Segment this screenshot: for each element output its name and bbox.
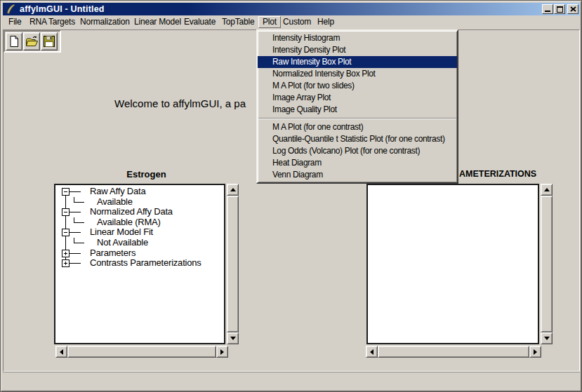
menubar-item-custom[interactable]: Custom xyxy=(283,15,311,29)
tree-branch-line xyxy=(70,212,81,212)
scroll-left-button[interactable] xyxy=(366,346,378,358)
menubar-item-file[interactable]: File xyxy=(8,15,22,29)
left-horizontal-scrollbar[interactable] xyxy=(55,346,228,358)
scroll-up-button[interactable] xyxy=(227,184,239,196)
save-file-button[interactable] xyxy=(41,32,58,50)
left-vertical-scrollbar[interactable] xyxy=(227,184,239,344)
plot-menu-item-quantile-quantile-t-statistic-plot-for-one-contrast[interactable]: Quantile-Quantile t Statistic Plot (for … xyxy=(258,133,457,145)
scroll-thumb[interactable] xyxy=(67,346,216,358)
tree-row-raw-affy-data[interactable]: Raw Affy Data xyxy=(55,187,224,197)
plot-menu-item-heat-diagram[interactable]: Heat Diagram xyxy=(258,157,457,169)
close-icon xyxy=(570,6,576,12)
scroll-trough[interactable] xyxy=(227,196,239,332)
tree-row-available[interactable]: Available xyxy=(55,197,224,208)
menubar: FileRNA TargetsNormalizationLinear Model… xyxy=(3,15,580,29)
arrow-right-icon xyxy=(220,349,224,355)
contrasts-listbox[interactable] xyxy=(366,184,539,344)
plot-menu-item-intensity-density-plot[interactable]: Intensity Density Plot xyxy=(258,44,457,56)
menubar-item-help[interactable]: Help xyxy=(317,15,334,29)
plot-menu-item-intensity-histogram[interactable]: Intensity Histogram xyxy=(258,32,457,44)
window-controls xyxy=(541,4,578,14)
scroll-right-button[interactable] xyxy=(216,346,228,358)
scroll-right-button[interactable] xyxy=(529,346,541,358)
arrow-left-icon xyxy=(60,349,63,355)
left-panel-title: Estrogen xyxy=(54,169,239,180)
plot-menu-item-image-quality-plot[interactable]: Image Quality Plot xyxy=(258,104,457,116)
tree-row-not-available[interactable]: Not Available xyxy=(55,238,224,248)
arrow-up-icon xyxy=(230,188,236,191)
arrow-right-icon xyxy=(534,349,537,355)
tree-row-linear-model-fit[interactable]: Linear Model Fit xyxy=(55,227,224,238)
plot-menu-item-normalized-intensity-box-plot[interactable]: Normalized Intensity Box Plot xyxy=(258,68,457,80)
scroll-down-button[interactable] xyxy=(227,332,239,344)
window-title: affylmGUI - Untitled xyxy=(20,4,105,14)
plot-dropdown-menu: Intensity HistogramIntensity Density Plo… xyxy=(256,29,458,184)
menubar-item-evaluate[interactable]: Evaluate xyxy=(184,15,216,29)
open-file-button[interactable] xyxy=(23,32,40,50)
tree-row-contrasts-parameterizations[interactable]: Contrasts Parameterizations xyxy=(55,258,224,269)
scroll-thumb[interactable] xyxy=(378,346,529,358)
status-tree-listbox[interactable]: Raw Affy DataAvailableNormalized Affy Da… xyxy=(54,184,225,344)
scroll-up-button[interactable] xyxy=(541,184,553,196)
tree-node-label[interactable]: Contrasts Parameterizations xyxy=(90,258,201,269)
menubar-item-plot[interactable]: Plot xyxy=(258,16,281,28)
scroll-thumb[interactable] xyxy=(227,196,239,332)
minimize-icon xyxy=(545,11,550,12)
tree-leaf-label[interactable]: Available (RMA) xyxy=(97,217,161,228)
plot-menu-item-raw-intensity-box-plot[interactable]: Raw Intensity Box Plot xyxy=(258,56,457,68)
tree-branch-line xyxy=(70,191,81,192)
new-document-icon xyxy=(8,35,20,48)
scroll-thumb[interactable] xyxy=(541,196,553,332)
right-vertical-scrollbar[interactable] xyxy=(541,184,553,344)
menu-separator xyxy=(258,116,456,121)
menubar-item-normalization[interactable]: Normalization xyxy=(80,15,130,29)
plot-menu-item-log-odds-volcano-plot-for-one-contrast[interactable]: Log Odds (Volcano) Plot (for one contras… xyxy=(258,145,457,157)
titlebar: affylmGUI - Untitled xyxy=(3,3,580,15)
collapse-minus-icon[interactable] xyxy=(62,208,70,216)
scroll-trough[interactable] xyxy=(541,196,553,332)
maximize-icon xyxy=(557,6,563,13)
arrow-left-icon xyxy=(370,349,373,355)
menubar-item-rna-targets[interactable]: RNA Targets xyxy=(29,15,75,29)
menubar-item-toptable[interactable]: TopTable xyxy=(222,15,254,29)
collapse-minus-icon[interactable] xyxy=(62,229,70,236)
plot-menu-item-image-array-plot[interactable]: Image Array Plot xyxy=(258,92,457,104)
right-horizontal-scrollbar[interactable] xyxy=(366,346,541,358)
expand-plus-icon[interactable] xyxy=(62,250,70,257)
tree-branch-line xyxy=(74,202,84,203)
expand-plus-icon[interactable] xyxy=(62,259,70,267)
tk-feather-icon[interactable] xyxy=(5,4,16,15)
tree-branch-line xyxy=(70,253,81,254)
tree-branch-line xyxy=(74,222,84,223)
tree-branch-line xyxy=(70,263,81,264)
plot-menu-item-m-a-plot-for-two-slides[interactable]: M A Plot (for two slides) xyxy=(258,80,457,92)
menubar-item-linear-model[interactable]: Linear Model xyxy=(134,15,181,29)
save-floppy-icon xyxy=(43,35,55,48)
tree-row-parameters[interactable]: Parameters xyxy=(55,248,224,259)
toolbar xyxy=(4,30,61,53)
tree-node-label[interactable]: Raw Affy Data xyxy=(90,187,146,197)
tree-row-available-rma[interactable]: Available (RMA) xyxy=(55,217,224,228)
new-file-button[interactable] xyxy=(6,32,22,50)
scroll-trough[interactable] xyxy=(378,346,529,358)
plot-menu-item-m-a-plot-for-one-contrast[interactable]: M A Plot (for one contrast) xyxy=(258,121,457,133)
scroll-trough[interactable] xyxy=(67,346,216,358)
app-window: affylmGUI - Untitled FileRNA TargetsNorm… xyxy=(0,0,582,392)
close-button[interactable] xyxy=(567,4,578,14)
tree-node-label[interactable]: Parameters xyxy=(90,248,135,259)
tree-leaf-label[interactable]: Available xyxy=(97,197,133,208)
maximize-button[interactable] xyxy=(554,4,565,14)
welcome-text: Welcome to affylmGUI, a pa xyxy=(114,97,246,109)
scroll-left-button[interactable] xyxy=(55,346,67,358)
tree-leaf-label[interactable]: Not Available xyxy=(97,238,148,248)
plot-menu-item-venn-diagram[interactable]: Venn Diagram xyxy=(258,169,457,181)
arrow-down-icon xyxy=(230,337,236,340)
tree-node-label[interactable]: Normalized Affy Data xyxy=(90,207,173,217)
tree-branch-line xyxy=(74,243,84,243)
minimize-button[interactable] xyxy=(542,4,553,14)
collapse-minus-icon[interactable] xyxy=(62,188,70,196)
scroll-down-button[interactable] xyxy=(541,332,553,344)
statusbar xyxy=(3,372,580,391)
tree-row-normalized-affy-data[interactable]: Normalized Affy Data xyxy=(55,207,224,217)
tree-node-label[interactable]: Linear Model Fit xyxy=(90,227,153,238)
